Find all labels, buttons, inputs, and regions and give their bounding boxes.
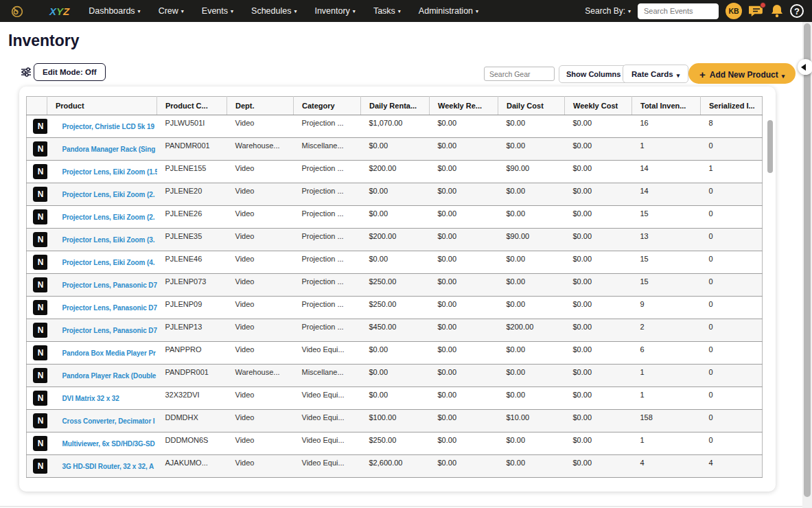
table-row: N3G HD-SDI Router, 32 x 32, AAJAKUMO...V… xyxy=(27,455,763,478)
cell-daily-rental: $200.00 xyxy=(361,161,430,183)
cell-daily-rental: $0.00 xyxy=(361,138,430,161)
nav-item-dashboards[interactable]: Dashboards▾ xyxy=(89,6,140,16)
product-link[interactable]: Projector Lens, Eiki Zoom (2. xyxy=(62,191,155,198)
table-row: NProjector Lens, Eiki Zoom (2.PJLENE20Vi… xyxy=(27,183,763,206)
cell-total-inventory: 6 xyxy=(632,342,701,365)
caret-down-icon: ▾ xyxy=(782,73,785,80)
product-link[interactable]: 3G HD-SDI Router, 32 x 32, A xyxy=(62,463,154,470)
cell-weekly-cost: $0.00 xyxy=(565,297,632,319)
column-header-2[interactable]: Product C... xyxy=(157,97,227,115)
nav-item-inventory[interactable]: Inventory▾ xyxy=(314,6,355,16)
product-link[interactable]: Projector Lens, Eiki Zoom (3. xyxy=(62,236,155,244)
inventory-table-body: NProjector, Christie LCD 5k 19PJLWU501IV… xyxy=(27,115,763,478)
product-link[interactable]: Projector Lens, Eiki Zoom (2. xyxy=(62,213,155,221)
cell-code: PJLWU501I xyxy=(157,115,227,138)
table-scrollbar-thumb[interactable] xyxy=(767,120,773,173)
panel-collapse-handle[interactable] xyxy=(798,59,812,75)
column-header-7[interactable]: Daily Cost xyxy=(498,97,565,115)
cell-total-inventory: 1 xyxy=(632,387,701,410)
add-new-product-button[interactable]: +Add New Product▾ xyxy=(688,63,796,84)
cell-weekly-rental: $0.00 xyxy=(430,229,498,251)
column-header-0[interactable] xyxy=(27,97,47,115)
product-link[interactable]: Projector Lens, Eiki Zoom (4. xyxy=(62,259,155,266)
show-columns-label: Show Columns xyxy=(566,70,620,78)
product-cell: DVI Matrix 32 x 32 xyxy=(47,387,157,410)
caret-down-icon: ▾ xyxy=(398,9,401,14)
product-thumb: N xyxy=(33,436,47,451)
cell-dept: Warehouse... xyxy=(227,365,294,387)
product-link[interactable]: Projector Lens, Panasonic D7 xyxy=(62,304,157,312)
nav-item-administration[interactable]: Administration▾ xyxy=(419,6,478,16)
cell-daily-cost: $0.00 xyxy=(498,365,565,387)
product-thumb: N xyxy=(33,323,47,338)
product-cell: Cross Converter, Decimator I xyxy=(47,410,157,432)
rate-cards-button[interactable]: Rate Cards▾ xyxy=(623,65,688,83)
column-header-3[interactable]: Dept. xyxy=(227,97,294,115)
product-cell: 3G HD-SDI Router, 32 x 32, A xyxy=(47,455,157,478)
page-scrollbar-thumb[interactable] xyxy=(804,23,811,497)
product-link[interactable]: Pandora Manager Rack (Sing xyxy=(62,146,156,153)
cell-code: PJLENE20 xyxy=(157,183,227,206)
product-link[interactable]: Multiviewer, 6x SD/HD/3G-SD xyxy=(62,440,155,448)
cell-category: Projection ... xyxy=(294,183,361,206)
product-cell: Projector Lens, Eiki Zoom (2. xyxy=(47,183,157,206)
help-button[interactable]: ? xyxy=(790,4,804,18)
cell-dept: Video xyxy=(227,455,294,478)
table-row: NDVI Matrix 32 x 3232X32DVIVideoVideo Eq… xyxy=(27,387,763,410)
cell-dept: Video xyxy=(227,251,294,274)
column-header-4[interactable]: Category xyxy=(294,97,361,115)
cell-code: PJLENP13 xyxy=(157,319,227,342)
cell-daily-rental: $1,070.00 xyxy=(361,115,430,138)
gear-search-input[interactable] xyxy=(484,67,555,81)
events-search-input[interactable] xyxy=(638,3,719,19)
cell-daily-rental: $200.00 xyxy=(361,229,430,251)
product-link[interactable]: Pandora Box Media Player Pr xyxy=(62,349,156,357)
brand-swirl-icon[interactable] xyxy=(10,3,25,19)
product-link[interactable]: Cross Converter, Decimator I xyxy=(62,417,155,425)
product-link[interactable]: Projector Lens, Panasonic D7 xyxy=(62,281,157,289)
thumb-cell: N xyxy=(27,161,47,183)
nav-item-events[interactable]: Events▾ xyxy=(202,6,233,16)
search-by-dropdown[interactable]: Search By: ▾ xyxy=(585,6,631,16)
product-thumb: N xyxy=(33,277,47,292)
messages-button[interactable] xyxy=(749,4,764,18)
thumb-cell: N xyxy=(27,229,47,251)
product-link[interactable]: DVI Matrix 32 x 32 xyxy=(62,395,119,402)
user-avatar[interactable]: KB xyxy=(726,3,742,19)
cell-code: PJLENE155 xyxy=(157,161,227,183)
column-header-5[interactable]: Daily Renta... xyxy=(361,97,430,115)
product-link[interactable]: Projector Lens, Eiki Zoom (1.5 xyxy=(62,168,157,176)
nav-item-tasks[interactable]: Tasks▾ xyxy=(373,6,401,16)
cell-total-inventory: 4 xyxy=(632,455,701,478)
cell-total-inventory: 15 xyxy=(632,274,701,297)
page-scrollbar[interactable] xyxy=(802,22,812,508)
cell-daily-rental: $0.00 xyxy=(361,365,430,387)
table-row: NProjector Lens, Panasonic D7PJLENP09Vid… xyxy=(27,297,763,319)
column-header-8[interactable]: Weekly Cost xyxy=(565,97,632,115)
column-header-6[interactable]: Weekly Re... xyxy=(430,97,498,115)
nav-item-crew[interactable]: Crew▾ xyxy=(159,6,184,16)
column-header-1[interactable]: Product xyxy=(47,97,157,115)
cell-code: 32X32DVI xyxy=(157,387,227,410)
cell-category: Projection ... xyxy=(294,115,361,138)
thumb-cell: N xyxy=(27,342,47,365)
column-header-9[interactable]: Total Inven... xyxy=(632,97,701,115)
product-cell: Pandora Player Rack (Double xyxy=(47,365,157,387)
product-link[interactable]: Pandora Player Rack (Double xyxy=(62,372,156,380)
nav-item-schedules[interactable]: Schedules▾ xyxy=(251,6,297,16)
notifications-button[interactable] xyxy=(771,4,783,18)
cell-daily-rental: $100.00 xyxy=(361,410,430,432)
cell-daily-cost: $200.00 xyxy=(498,319,565,342)
product-thumb: N xyxy=(33,187,47,202)
product-link[interactable]: Projector Lens, Panasonic D7 xyxy=(62,327,157,334)
column-header-10[interactable]: Serialized I... xyxy=(701,97,763,115)
table-row: NProjector Lens, Panasonic D7PJLENP13Vid… xyxy=(27,319,763,342)
product-thumb: N xyxy=(33,300,47,315)
edit-mode-toggle-button[interactable]: Edit Mode: Off xyxy=(34,63,106,81)
brand-logo[interactable]: XYZ xyxy=(49,5,69,17)
product-link[interactable]: Projector, Christie LCD 5k 19 xyxy=(62,123,154,130)
cell-daily-cost: $0.00 xyxy=(498,251,565,274)
product-thumb: N xyxy=(33,413,47,428)
filter-sliders-icon[interactable] xyxy=(21,67,32,78)
cell-daily-cost: $0.00 xyxy=(498,115,565,138)
